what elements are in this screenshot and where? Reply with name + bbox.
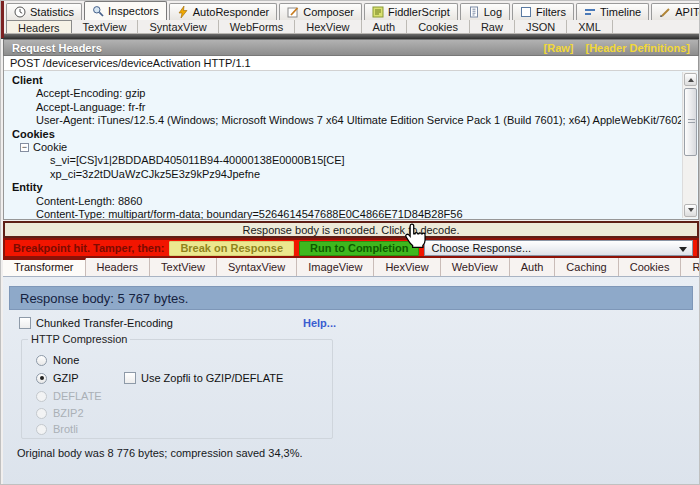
timeline-icon (584, 6, 596, 18)
resptab-hexview[interactable]: HexView (374, 258, 440, 276)
resptab-transformer[interactable]: Transformer (3, 258, 86, 276)
tab-statistics[interactable]: Statistics (6, 3, 82, 20)
resptab-headers[interactable]: Headers (86, 258, 151, 276)
tab-label: FiddlerScript (388, 6, 450, 18)
resptab-cookies[interactable]: Cookies (619, 258, 682, 276)
header-line[interactable]: Content-Type: multipart/form-data; bound… (4, 208, 681, 219)
checkbox-icon (19, 317, 31, 329)
radio-bzip2: BZIP2 (36, 407, 84, 419)
radio-icon (36, 391, 47, 402)
request-inspector-tab-strip: Headers TextView SyntaxView WebForms Hex… (1, 20, 700, 34)
header-line[interactable]: Content-Length: 8860 (4, 195, 681, 208)
response-inspector-tab-strip: Transformer Headers TextView SyntaxView … (3, 258, 699, 277)
reqtab-raw[interactable]: Raw (470, 20, 515, 33)
radio-brotli: Brotli (36, 423, 78, 435)
zopfli-checkbox[interactable]: Use Zopfli to GZIP/DEFLATE (124, 372, 283, 384)
checkbox-icon (124, 372, 136, 384)
radio-gzip[interactable]: GZIP (36, 372, 79, 384)
reqtab-json[interactable]: JSON (515, 20, 567, 33)
cookie-group[interactable]: Cookie (4, 141, 681, 154)
header-line[interactable]: Accept-Language: fr-fr (4, 101, 681, 114)
tab-label: AutoResponder (193, 6, 269, 18)
http-compression-group: HTTP Compression None GZIP DEFLATE BZIP2… (21, 339, 333, 439)
chevron-down-icon (679, 247, 687, 252)
radio-none[interactable]: None (36, 354, 79, 366)
radio-icon (36, 424, 47, 435)
chunked-label: Chunked Transfer-Encoding (36, 317, 173, 329)
headers-tree: Client Accept-Encoding: gzip Accept-Lang… (4, 72, 681, 219)
tab-composer[interactable]: Composer (279, 3, 362, 20)
tab-label: Statistics (30, 6, 74, 18)
chunked-transfer-encoding-checkbox[interactable]: Chunked Transfer-Encoding (19, 317, 173, 329)
compose-icon (287, 6, 299, 18)
tab-label: Filters (536, 6, 566, 18)
cookie-line[interactable]: xp_ci=3z2tDUaWzCJkz5E3z9kPz94Jpefne (4, 168, 681, 181)
magnifier-icon (92, 5, 104, 17)
header-definitions-link[interactable]: [Header Definitions] (585, 42, 690, 54)
reqtab-webforms[interactable]: WebForms (219, 20, 296, 33)
tab-fiddlerscript[interactable]: FiddlerScript (364, 3, 458, 20)
tab-autoresponder[interactable]: AutoResponder (169, 3, 277, 20)
clock-icon (14, 6, 26, 18)
filter-icon (520, 6, 532, 18)
radio-label: DEFLATE (53, 390, 102, 402)
tab-inspectors[interactable]: Inspectors (84, 1, 167, 20)
section-cookies[interactable]: Cookies (4, 128, 681, 141)
scroll-up-button[interactable] (684, 73, 697, 86)
tab-label: APITest (675, 6, 700, 18)
pencil-icon (659, 6, 671, 18)
reqtab-auth[interactable]: Auth (362, 20, 408, 33)
run-to-completion-button[interactable]: Run to Completion (299, 241, 419, 256)
tab-label: Composer (303, 6, 354, 18)
resptab-textview[interactable]: TextView (150, 258, 217, 276)
left-accent-strip (1, 1, 4, 38)
resptab-auth[interactable]: Auth (510, 258, 556, 276)
header-line[interactable]: Accept-Encoding: gzip (4, 87, 681, 100)
cookie-line[interactable]: s_vi=[CS]v1|2BDDABD405011B94-40000138E00… (4, 154, 681, 167)
resptab-syntaxview[interactable]: SyntaxView (217, 258, 297, 276)
section-client[interactable]: Client (4, 74, 681, 87)
reqtab-xml[interactable]: XML (567, 20, 613, 33)
request-headers-titlebar: Request Headers [Raw] [Header Definition… (3, 39, 699, 56)
radio-label: None (53, 354, 79, 366)
script-icon (372, 6, 384, 18)
vertical-scrollbar[interactable] (682, 72, 697, 218)
help-link[interactable]: Help... (303, 317, 336, 329)
compression-status-text: Original body was 8 776 bytes; compressi… (17, 447, 303, 459)
cookie-group-label: Cookie (33, 141, 67, 154)
choose-response-dropdown[interactable]: Choose Response... (424, 240, 693, 256)
log-icon (468, 6, 480, 18)
reqtab-headers[interactable]: Headers (6, 20, 72, 33)
decode-notification-bar[interactable]: Response body is encoded. Click to decod… (3, 221, 699, 238)
resptab-caching[interactable]: Caching (555, 258, 618, 276)
raw-link[interactable]: [Raw] (544, 42, 574, 54)
resptab-imageview[interactable]: ImageView (297, 258, 374, 276)
reqtab-cookies[interactable]: Cookies (407, 20, 470, 33)
section-entity[interactable]: Entity (4, 181, 681, 194)
resptab-raw[interactable]: Raw (681, 258, 700, 276)
tab-filters[interactable]: Filters (512, 3, 574, 20)
reqtab-syntaxview[interactable]: SyntaxView (138, 20, 218, 33)
radio-icon (36, 408, 47, 419)
resptab-webview[interactable]: WebView (441, 258, 510, 276)
tab-label: Timeline (600, 6, 641, 18)
request-headers-title: Request Headers (12, 42, 102, 54)
tab-apitest[interactable]: APITest (651, 3, 700, 20)
reqtab-hexview[interactable]: HexView (295, 20, 361, 33)
breakpoint-label: Breakpoint hit. Tamper, then: (13, 242, 164, 254)
radio-label: Brotli (53, 423, 78, 435)
break-on-response-button[interactable]: Break on Response (169, 241, 294, 256)
reqtab-textview[interactable]: TextView (72, 20, 139, 33)
tab-log[interactable]: Log (460, 3, 510, 20)
response-body-header: Response body: 5 767 bytes. (9, 286, 693, 310)
fiddler-window: Statistics Inspectors AutoResponder Comp… (0, 0, 700, 485)
radio-deflate: DEFLATE (36, 390, 102, 402)
request-line[interactable]: POST /deviceservices/deviceActivation HT… (4, 56, 698, 71)
collapse-icon[interactable] (20, 143, 29, 152)
transformer-panel: Response body: 5 767 bytes. Chunked Tran… (3, 277, 699, 485)
tab-timeline[interactable]: Timeline (576, 3, 649, 20)
scroll-down-button[interactable] (684, 204, 697, 217)
http-compression-label: HTTP Compression (28, 333, 130, 345)
scrollbar-thumb[interactable] (684, 88, 697, 156)
header-line[interactable]: User-Agent: iTunes/12.5.4 (Windows; Micr… (4, 114, 681, 127)
